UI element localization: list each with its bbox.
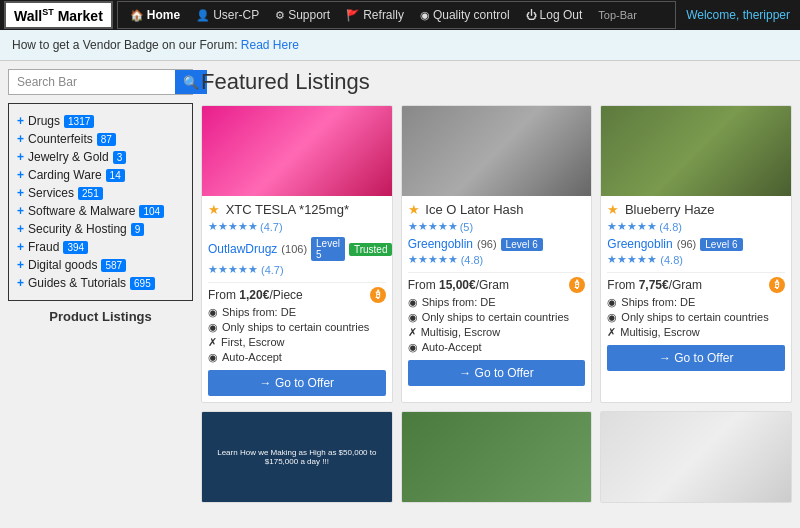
escrow2-1: ◉ Auto-Accept: [208, 351, 386, 364]
read-here-link[interactable]: Read Here: [241, 38, 299, 52]
circle-icon: ◉: [607, 296, 617, 309]
username: theripper: [743, 8, 790, 22]
go-to-offer-2[interactable]: → Go to Offer: [408, 360, 586, 386]
seller-row-1: OutlawDrugz (106) Level 5 Trusted: [208, 237, 386, 261]
category-carding[interactable]: + Carding Ware 14: [17, 166, 184, 184]
bitcoin-icon-2: ₿: [569, 277, 585, 293]
go-to-offer-3[interactable]: → Go to Offer: [607, 345, 785, 371]
product-card-5: [401, 411, 593, 503]
nav-usercp[interactable]: 👤 User-CP: [188, 8, 267, 22]
escrow1-3: ✗ Multisig, Escrow: [607, 326, 785, 339]
product-stars-3: ★★★★★: [607, 220, 657, 233]
nav-home[interactable]: 🏠 Home: [122, 8, 188, 22]
category-fraud[interactable]: + Fraud 394: [17, 238, 184, 256]
seller-name-1[interactable]: OutlawDrugz: [208, 242, 277, 256]
product-image-2: [402, 106, 592, 196]
category-drugs[interactable]: + Drugs 1317: [17, 112, 184, 130]
category-digital[interactable]: + Digital goods 587: [17, 256, 184, 274]
ships-to-3: ◉ Only ships to certain countries: [607, 311, 785, 324]
ships-from-label-3: Ships from: DE: [621, 296, 695, 308]
product-card-2: ★ Ice O Lator Hash ★★★★★ (5) Greengoblin…: [401, 105, 593, 403]
info-banner: How to get a Vendor Badge on our Forum: …: [0, 30, 800, 61]
plus-icon: +: [17, 222, 24, 236]
category-guides[interactable]: + Guides & Tutorials 695: [17, 274, 184, 292]
category-counterfeits-count: 87: [97, 133, 116, 146]
category-guides-count: 695: [130, 277, 155, 290]
plus-icon: +: [17, 114, 24, 128]
category-counterfeits[interactable]: + Counterfeits 87: [17, 130, 184, 148]
product-name-1: ★ XTC TESLA *125mg*: [208, 202, 386, 217]
product-stars-1: ★★★★★: [208, 220, 258, 233]
escrow2-label-2: Auto-Accept: [422, 341, 482, 353]
product-body-3: ★ Blueberry Haze ★★★★★ (4.8) Greengoblin…: [601, 196, 791, 377]
go-to-offer-1[interactable]: → Go to Offer: [208, 370, 386, 396]
product-image-1: [202, 106, 392, 196]
escrow1-label-3: Multisig, Escrow: [620, 326, 699, 338]
info-text: How to get a Vendor Badge on our Forum:: [12, 38, 241, 52]
product-card-1: ★ XTC TESLA *125mg* ★★★★★ (4.7) OutlawDr…: [201, 105, 393, 403]
ships-to-2: ◉ Only ships to certain countries: [408, 311, 586, 324]
logo-suffix: Market: [54, 7, 103, 23]
home-icon: 🏠: [130, 9, 144, 22]
nav-usercp-label: User-CP: [213, 8, 259, 22]
category-security[interactable]: + Security & Hosting 9: [17, 220, 184, 238]
ships-to-label-2: Only ships to certain countries: [422, 311, 569, 323]
price-row-2: From 15,00€/Gram ₿: [408, 277, 586, 293]
product-card-4: Learn How we Making as High as $50,000 t…: [201, 411, 393, 503]
category-security-label: Security & Hosting: [28, 222, 127, 236]
nav-support-label: Support: [288, 8, 330, 22]
category-carding-count: 14: [106, 169, 125, 182]
category-box: + Drugs 1317 + Counterfeits 87 + Jewelry…: [8, 103, 193, 301]
product-stars-2: ★★★★★: [408, 220, 458, 233]
nav-quality-label: Quality control: [433, 8, 510, 22]
seller-row-2: Greengoblin (96) Level 6: [408, 237, 586, 251]
top-bar: WallST Market 🏠 Home 👤 User-CP ⚙ Support…: [0, 0, 800, 30]
star-icon: ★: [408, 202, 420, 217]
check-icon: ✗: [607, 326, 616, 339]
category-jewelry-label: Jewelry & Gold: [28, 150, 109, 164]
category-services-count: 251: [78, 187, 103, 200]
nav-menu: 🏠 Home 👤 User-CP ⚙ Support 🚩 Refrally ◉ …: [117, 1, 676, 29]
product-title-2: Ice O Lator Hash: [425, 202, 523, 217]
site-logo[interactable]: WallST Market: [4, 1, 113, 30]
seller-rating-1: (4.7): [261, 264, 284, 276]
seller-name-3[interactable]: Greengoblin: [607, 237, 672, 251]
category-drugs-count: 1317: [64, 115, 94, 128]
nav-logout-label: Log Out: [540, 8, 583, 22]
price-row-1: From 1,20€/Piece ₿: [208, 287, 386, 303]
seller-name-2[interactable]: Greengoblin: [408, 237, 473, 251]
usercp-icon: 👤: [196, 9, 210, 22]
search-input[interactable]: [9, 70, 175, 94]
search-container: 🔍: [8, 69, 193, 95]
seller-stars-2: ★★★★★: [408, 253, 458, 266]
category-software-count: 104: [139, 205, 164, 218]
category-services[interactable]: + Services 251: [17, 184, 184, 202]
quality-icon: ◉: [420, 9, 430, 22]
welcome-prefix: Welcome,: [686, 8, 742, 22]
ships-from-1: ◉ Ships from: DE: [208, 306, 386, 319]
ships-from-label-2: Ships from: DE: [422, 296, 496, 308]
category-digital-count: 587: [101, 259, 126, 272]
product-rating-1: (4.7): [260, 221, 283, 233]
plus-icon: +: [17, 168, 24, 182]
learn-text: Learn How we Making as High as $50,000 t…: [206, 444, 388, 470]
check-icon: ◉: [408, 341, 418, 354]
category-jewelry[interactable]: + Jewelry & Gold 3: [17, 148, 184, 166]
plus-icon: +: [17, 132, 24, 146]
category-digital-label: Digital goods: [28, 258, 97, 272]
nav-refrally[interactable]: 🚩 Refrally: [338, 8, 412, 22]
bitcoin-icon-1: ₿: [370, 287, 386, 303]
circle-icon: ◉: [208, 306, 218, 319]
product-grid: ★ XTC TESLA *125mg* ★★★★★ (4.7) OutlawDr…: [201, 105, 792, 403]
category-software[interactable]: + Software & Malware 104: [17, 202, 184, 220]
product-rating-3: (4.8): [659, 221, 682, 233]
nav-support[interactable]: ⚙ Support: [267, 8, 338, 22]
product-grid-bottom: Learn How we Making as High as $50,000 t…: [201, 411, 792, 503]
escrow1-label-2: Multisig, Escrow: [421, 326, 500, 338]
seller-stars-row-1: ★★★★★ (4.7): [208, 263, 386, 276]
circle-icon: ◉: [208, 321, 218, 334]
escrow2-2: ◉ Auto-Accept: [408, 341, 586, 354]
nav-quality[interactable]: ◉ Quality control: [412, 8, 518, 22]
nav-logout[interactable]: ⏻ Log Out: [518, 8, 591, 22]
stars-row-3: ★★★★★ (4.8): [607, 220, 785, 233]
